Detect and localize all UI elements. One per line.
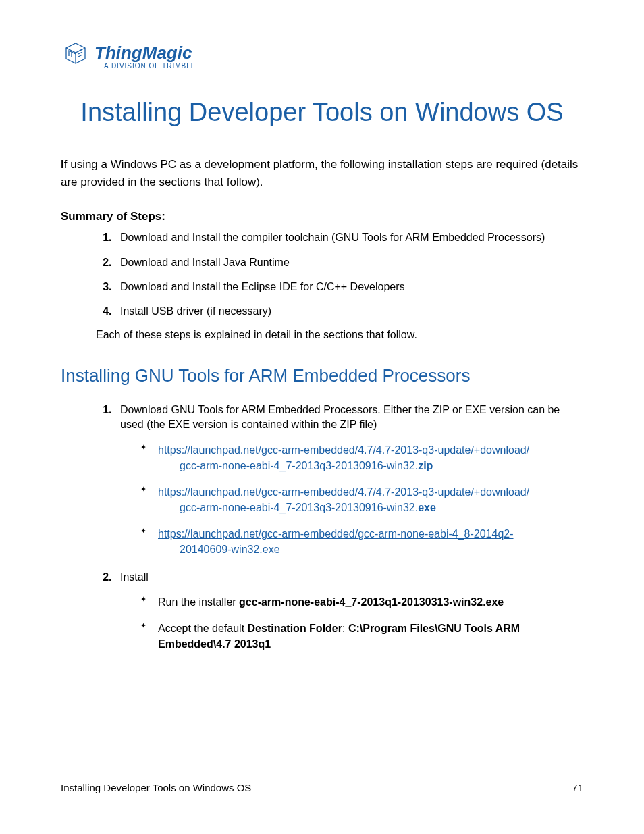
step-text: Install [120, 571, 149, 583]
substep-run: Run the installer gcc-arm-none-eabi-4_7-… [140, 594, 583, 610]
step-install: Install Run the installer gcc-arm-none-e… [115, 570, 583, 652]
link-item: https://launchpad.net/gcc-arm-embedded/4… [140, 484, 583, 515]
section-heading: Installing GNU Tools for ARM Embedded Pr… [61, 365, 583, 386]
footer-title: Installing Developer Tools on Windows OS [61, 782, 251, 793]
install-steps: Download GNU Tools for ARM Embedded Proc… [61, 402, 583, 652]
brand-text-group: ThingMagic A DIVISION OF TRIMBLE [95, 44, 196, 70]
page-header: ThingMagic A DIVISION OF TRIMBLE [61, 41, 583, 76]
install-substeps: Run the installer gcc-arm-none-eabi-4_7-… [120, 594, 583, 652]
download-link-48[interactable]: https://launchpad.net/gcc-arm-embedded/g… [158, 528, 583, 557]
summary-item: Download and Install the Eclipse IDE for… [115, 280, 583, 294]
summary-item: Download and Install the compiler toolch… [115, 230, 583, 245]
summary-item: Install USB driver (if necessary) [115, 304, 583, 319]
brand-logo: ThingMagic A DIVISION OF TRIMBLE [61, 41, 583, 73]
page-footer: Installing Developer Tools on Windows OS… [61, 775, 583, 793]
download-link-exe[interactable]: https://launchpad.net/gcc-arm-embedded/4… [158, 486, 583, 515]
page-number: 71 [572, 782, 583, 793]
step-download: Download GNU Tools for ARM Embedded Proc… [115, 402, 583, 558]
summary-list: Download and Install the compiler toolch… [61, 230, 583, 319]
link-item: https://launchpad.net/gcc-arm-embedded/4… [140, 442, 583, 473]
step-text: Download GNU Tools for ARM Embedded Proc… [120, 404, 560, 430]
intro-paragraph: If using a Windows PC as a development p… [61, 156, 583, 192]
brand-tagline: A DIVISION OF TRIMBLE [104, 63, 196, 70]
brand-name: ThingMagic [95, 44, 196, 61]
page-title: Installing Developer Tools on Windows OS [61, 97, 583, 129]
intro-text: f using a Windows PC as a development pl… [61, 158, 578, 188]
link-item: https://launchpad.net/gcc-arm-embedded/g… [140, 526, 583, 557]
summary-item: Download and Install Java Runtime [115, 255, 583, 270]
substep-destination: Accept the default Destination Folder: C… [140, 621, 583, 652]
page-container: ThingMagic A DIVISION OF TRIMBLE Install… [0, 0, 644, 834]
cube-icon [61, 41, 90, 73]
download-links: https://launchpad.net/gcc-arm-embedded/4… [120, 442, 583, 558]
summary-footer: Each of these steps is explained in deta… [96, 329, 583, 341]
download-link-zip[interactable]: https://launchpad.net/gcc-arm-embedded/4… [158, 444, 583, 473]
summary-heading: Summary of Steps: [61, 210, 583, 224]
